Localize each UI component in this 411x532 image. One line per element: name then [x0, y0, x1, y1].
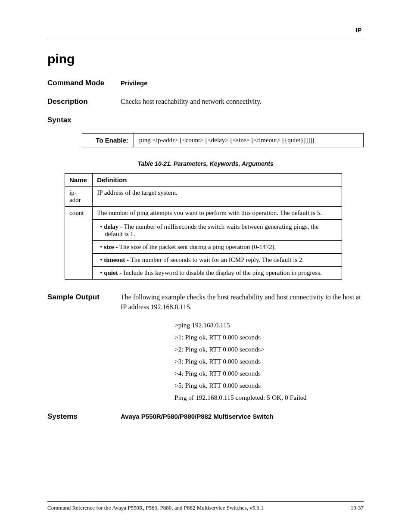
param-definition: The number of ping attempts you want to … [93, 207, 342, 219]
footer-rule [47, 501, 364, 502]
param-name: ip-addr [65, 187, 93, 207]
params-table: Name Definition ip-addr IP address of th… [65, 173, 342, 280]
description-value: Checks host reachability and network con… [121, 97, 262, 106]
output-line: >5: Ping ok, RTT 0.000 seconds [174, 382, 364, 389]
output-line: >2: Ping ok, RTT 0.000 seconds> [174, 345, 364, 353]
command-title: ping [47, 52, 364, 66]
command-mode-value: Privilege [121, 78, 148, 87]
to-enable-label: To Enable: [82, 134, 134, 147]
page-footer: Command Reference for the Avaya P550R, P… [47, 501, 364, 511]
params-header-definition: Definition [93, 174, 342, 187]
params-header-name: Name [65, 174, 93, 187]
param-subitem: • timeout - The number of seconds to wai… [93, 253, 342, 266]
output-line: >3: Ping ok, RTT 0.000 seconds [174, 358, 364, 365]
params-table-caption: Table 10-21. Parameters, Keywords, Argum… [47, 160, 364, 167]
output-line: >4: Ping ok, RTT 0.000 seconds [174, 370, 364, 377]
description-label: Description [47, 97, 121, 106]
param-subitem: • size - The size of the packet sent dur… [93, 240, 342, 253]
table-row: count The number of ping attempts you wa… [65, 207, 342, 280]
table-row: ip-addr IP address of the target system. [65, 187, 342, 207]
to-enable-value: ping <ip-addr> [<count> [<delay> [<size>… [134, 134, 364, 147]
param-subitem: • delay - The number of milliseconds the… [93, 219, 342, 240]
param-name: count [65, 207, 93, 280]
param-definition-complex: The number of ping attempts you want to … [93, 207, 342, 280]
output-line: >ping 192.168.0.115 [174, 321, 364, 329]
sample-output-label: Sample Output [47, 293, 121, 302]
systems-value: Avaya P550R/P580/P880/P882 Multiservice … [121, 412, 274, 421]
param-subitem: • quiet - Include this keyword to disabl… [93, 266, 342, 279]
syntax-label: Syntax [47, 116, 121, 124]
sample-output-intro: The following example checks the host re… [121, 292, 364, 312]
page-header-section: IP [356, 27, 361, 34]
sample-output-lines: >ping 192.168.0.115 >1: Ping ok, RTT 0.0… [121, 321, 364, 401]
footer-right: 10-37 [351, 504, 364, 511]
systems-label: Systems [47, 412, 121, 421]
output-line: >1: Ping ok, RTT 0.000 seconds [174, 333, 364, 341]
header-rule [47, 39, 364, 39]
param-definition: IP address of the target system. [93, 187, 342, 207]
footer-left: Command Reference for the Avaya P550R, P… [47, 504, 264, 511]
command-mode-label: Command Mode [47, 79, 121, 87]
output-line: Ping of 192.168.0.115 completed: 5 OK, 0… [174, 394, 364, 401]
syntax-table: To Enable: ping <ip-addr> [<count> [<del… [82, 133, 364, 147]
